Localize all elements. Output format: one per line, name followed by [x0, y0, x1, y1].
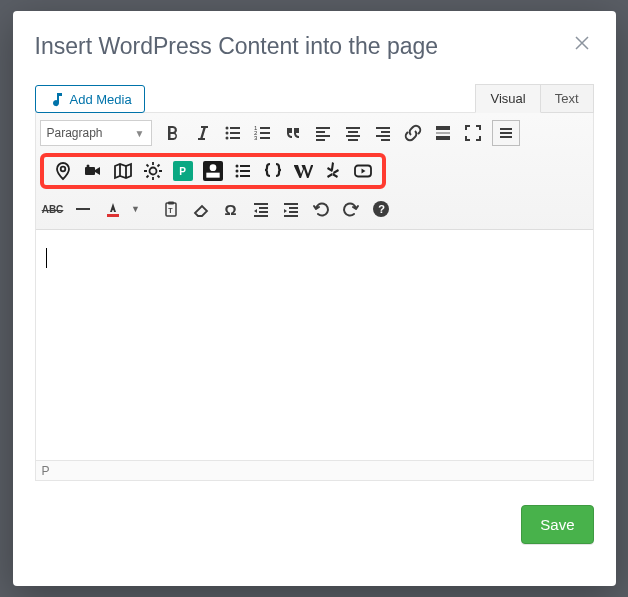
map-icon — [113, 161, 133, 181]
svg-text:3: 3 — [254, 135, 258, 141]
map-pin-icon — [53, 161, 73, 181]
toolbar-toggle-button[interactable] — [492, 120, 520, 146]
svg-rect-3 — [230, 127, 240, 129]
number-list-button[interactable]: 123 — [248, 119, 278, 147]
outdent-button[interactable] — [246, 195, 276, 223]
text-cursor — [46, 248, 47, 268]
editor-textarea[interactable] — [36, 230, 593, 460]
clipboard-icon: T — [162, 200, 180, 218]
svg-rect-51 — [254, 215, 268, 217]
bullet-indent-button[interactable] — [228, 157, 258, 185]
pexels-icon: P — [173, 161, 193, 181]
svg-rect-44 — [107, 214, 119, 217]
yelp-button[interactable] — [318, 157, 348, 185]
music-note-icon — [48, 91, 64, 107]
bullet-list-button[interactable] — [218, 119, 248, 147]
clear-format-button[interactable] — [186, 195, 216, 223]
align-left-button[interactable] — [308, 119, 338, 147]
bold-icon — [164, 124, 182, 142]
tab-text[interactable]: Text — [541, 84, 594, 113]
svg-point-33 — [149, 168, 156, 175]
svg-rect-20 — [376, 127, 390, 129]
paragraph-label: Paragraph — [47, 126, 103, 140]
svg-text:?: ? — [378, 203, 385, 215]
undo-icon — [312, 200, 330, 218]
svg-rect-49 — [259, 207, 268, 209]
link-button[interactable] — [398, 119, 428, 147]
wikipedia-icon — [293, 161, 313, 181]
hr-button[interactable] — [68, 195, 98, 223]
toolbar-toggle-icon — [497, 124, 515, 142]
redo-button[interactable] — [336, 195, 366, 223]
svg-rect-25 — [436, 132, 450, 134]
svg-rect-37 — [240, 165, 250, 167]
svg-rect-41 — [240, 175, 250, 177]
svg-rect-54 — [289, 211, 298, 213]
svg-rect-5 — [230, 137, 240, 139]
italic-button[interactable] — [188, 119, 218, 147]
svg-rect-9 — [260, 127, 270, 129]
number-list-icon: 123 — [254, 124, 272, 142]
indent-button[interactable] — [276, 195, 306, 223]
chevron-down-icon: ▼ — [131, 204, 140, 214]
sun-button[interactable] — [138, 157, 168, 185]
svg-rect-24 — [436, 126, 450, 130]
svg-rect-28 — [500, 132, 512, 134]
svg-text:T: T — [168, 207, 173, 214]
fullscreen-icon — [464, 124, 482, 142]
tab-visual[interactable]: Visual — [475, 84, 540, 113]
bullet-list-icon — [224, 124, 242, 142]
map-pin-button[interactable] — [48, 157, 78, 185]
fullscreen-button[interactable] — [458, 119, 488, 147]
svg-rect-43 — [76, 208, 90, 210]
pixabay-button[interactable] — [198, 157, 228, 185]
svg-rect-53 — [289, 207, 298, 209]
map-button[interactable] — [108, 157, 138, 185]
add-media-label: Add Media — [70, 92, 132, 107]
add-media-button[interactable]: Add Media — [35, 85, 145, 113]
svg-rect-12 — [316, 127, 330, 129]
help-icon: ? — [372, 200, 390, 218]
youtube-button[interactable] — [348, 157, 378, 185]
text-color-dropdown[interactable]: ▼ — [128, 195, 144, 223]
camera-video-button[interactable] — [78, 157, 108, 185]
blockquote-button[interactable] — [278, 119, 308, 147]
read-more-button[interactable] — [428, 119, 458, 147]
paste-text-button[interactable]: T — [156, 195, 186, 223]
eraser-icon — [192, 200, 210, 218]
wikipedia-button[interactable] — [288, 157, 318, 185]
element-path-bar: P — [36, 460, 593, 480]
strikethrough-button[interactable]: ABC — [38, 195, 68, 223]
strikethrough-icon: ABC — [42, 204, 64, 215]
pexels-button[interactable]: P — [168, 157, 198, 185]
undo-button[interactable] — [306, 195, 336, 223]
svg-rect-27 — [500, 128, 512, 130]
highlighted-plugin-toolbar: P — [40, 153, 386, 189]
text-color-button[interactable] — [98, 195, 128, 223]
braces-button[interactable] — [258, 157, 288, 185]
svg-rect-18 — [346, 135, 360, 137]
indent-icon — [282, 200, 300, 218]
bold-button[interactable] — [158, 119, 188, 147]
close-button[interactable] — [574, 33, 594, 53]
bullet-indent-icon — [233, 161, 253, 181]
paragraph-dropdown[interactable]: Paragraph ▼ — [40, 120, 152, 146]
svg-point-32 — [86, 165, 89, 168]
editor-tabs: Visual Text — [475, 84, 593, 113]
special-char-button[interactable]: Ω — [216, 195, 246, 223]
svg-rect-16 — [346, 127, 360, 129]
svg-rect-10 — [260, 132, 270, 134]
svg-rect-21 — [381, 131, 390, 133]
pixabay-icon — [203, 161, 223, 181]
yelp-icon — [323, 161, 343, 181]
help-button[interactable]: ? — [366, 195, 396, 223]
save-button[interactable]: Save — [521, 505, 593, 544]
svg-rect-15 — [316, 139, 325, 141]
svg-rect-26 — [436, 136, 450, 140]
svg-point-1 — [225, 132, 228, 135]
braces-icon — [263, 161, 283, 181]
align-center-button[interactable] — [338, 119, 368, 147]
italic-icon — [194, 124, 212, 142]
align-right-button[interactable] — [368, 119, 398, 147]
svg-rect-39 — [240, 170, 250, 172]
